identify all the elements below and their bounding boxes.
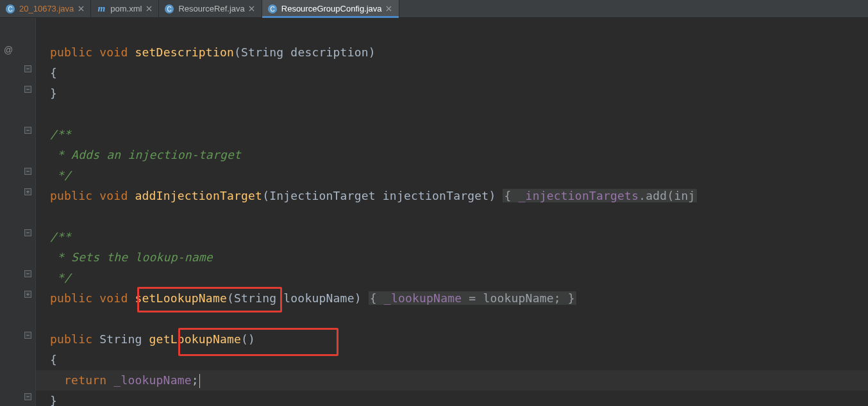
fold-toggle-icon[interactable]: +	[24, 291, 31, 298]
code-line: public void setDescription(String descri…	[36, 42, 868, 63]
editor: @ − − − − + − − + − − public void setDes…	[0, 18, 868, 406]
maven-file-icon: m	[96, 4, 106, 14]
code-line: return _lookupName;	[36, 370, 868, 391]
tab-label: 20_10673.java	[19, 4, 74, 13]
close-icon[interactable]	[78, 6, 84, 12]
fold-toggle-icon[interactable]: −	[24, 86, 31, 93]
fold-toggle-icon[interactable]: −	[24, 270, 31, 277]
code-line: */	[36, 165, 868, 186]
text-caret	[199, 374, 200, 388]
fold-toggle-icon[interactable]: −	[24, 65, 31, 72]
code-line: }	[36, 391, 868, 406]
code-line: }	[36, 83, 868, 104]
tab-label: ResourceGroupConfig.java	[281, 4, 382, 13]
code-line	[36, 309, 868, 329]
code-area[interactable]: public void setDescription(String descri…	[36, 18, 868, 406]
fold-toggle-icon[interactable]: +	[24, 188, 31, 195]
override-annotation-icon[interactable]: @	[4, 45, 13, 55]
code-line	[36, 104, 868, 124]
tab-label: pom.xml	[110, 4, 142, 13]
code-line: * Adds an injection-target	[36, 145, 868, 165]
gutter: @ − − − − + − − + − −	[0, 18, 36, 406]
code-line: {	[36, 350, 868, 370]
code-line: */	[36, 268, 868, 288]
code-line	[36, 206, 868, 227]
tab-label: ResourceRef.java	[178, 4, 244, 13]
code-line: public String getLookupName()	[36, 329, 868, 350]
code-line	[36, 22, 868, 42]
svg-text:C: C	[167, 6, 172, 13]
code-line: * Sets the lookup-name	[36, 247, 868, 268]
close-icon[interactable]	[386, 6, 392, 12]
tab-3[interactable]: C ResourceGroupConfig.java	[262, 0, 399, 17]
fold-toggle-icon[interactable]: −	[24, 332, 31, 339]
fold-toggle-icon[interactable]: −	[24, 229, 31, 236]
code-line: {	[36, 63, 868, 83]
code-line: /**	[36, 124, 868, 145]
fold-toggle-icon[interactable]: −	[24, 393, 31, 400]
tab-1[interactable]: m pom.xml	[91, 0, 159, 17]
svg-text:C: C	[270, 6, 274, 13]
java-file-icon: C	[267, 4, 278, 14]
svg-text:C: C	[8, 6, 12, 13]
code-line: public void setLookupName(String lookupN…	[36, 288, 868, 309]
close-icon[interactable]	[249, 6, 255, 12]
tab-2[interactable]: C ResourceRef.java	[159, 0, 262, 17]
code-line: /**	[36, 227, 868, 247]
fold-toggle-icon[interactable]: −	[24, 127, 31, 134]
tab-0[interactable]: C 20_10673.java	[0, 0, 91, 17]
java-file-icon: C	[164, 4, 174, 14]
fold-toggle-icon[interactable]: −	[24, 168, 31, 175]
tab-bar: C 20_10673.java m pom.xml C ResourceRef.…	[0, 0, 868, 18]
close-icon[interactable]	[146, 6, 152, 12]
java-file-icon: C	[5, 4, 15, 14]
code-line: public void addInjectionTarget(Injection…	[36, 186, 868, 206]
